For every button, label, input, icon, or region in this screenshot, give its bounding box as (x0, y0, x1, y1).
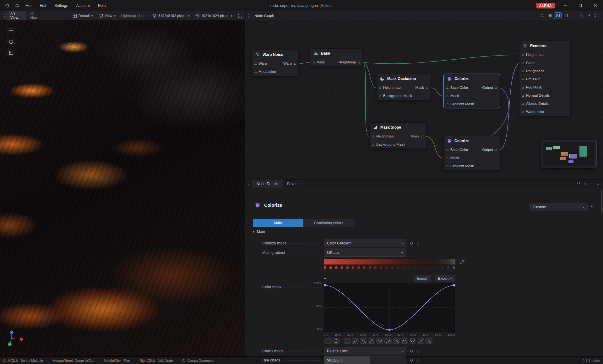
port-in-icon[interactable] (522, 102, 524, 105)
drag-handle-icon[interactable] (247, 13, 251, 18)
port-out-icon[interactable] (495, 86, 497, 89)
rotate-tool-button[interactable] (7, 38, 15, 46)
port-in-icon[interactable] (372, 135, 374, 138)
node-graph[interactable]: Warp Noise Warp Warp Modulation Base (245, 20, 603, 179)
graph-fullscreen-icon[interactable] (594, 13, 600, 19)
split-layout-icon[interactable] (562, 13, 569, 19)
port-in-icon[interactable] (379, 86, 381, 89)
reset-icon[interactable] (410, 349, 413, 354)
curve-point[interactable] (453, 284, 455, 286)
hue-chaos-slider[interactable]: 56.333% (324, 356, 406, 364)
graph-minimap[interactable] (541, 140, 597, 168)
menu-edit[interactable]: Edit (36, 2, 50, 9)
port-out-icon[interactable] (294, 62, 296, 65)
node-warp-noise[interactable]: Warp Noise Warp Warp Modulation (252, 50, 299, 76)
gradient-stop[interactable] (357, 266, 360, 269)
resolution-select[interactable]: 8192x8192 pixels (149, 11, 193, 20)
preset-select[interactable]: Custom (530, 203, 588, 211)
port-out-icon[interactable] (426, 86, 428, 89)
node-colorize-1[interactable]: Colorize Base Color Output Mask Gradient… (443, 74, 500, 108)
section-main[interactable]: Main (253, 229, 265, 234)
details-scrollbar[interactable] (601, 190, 602, 213)
port-in-icon[interactable] (254, 62, 257, 65)
gradient-stop[interactable] (447, 266, 449, 269)
view-select[interactable]: View (96, 11, 118, 20)
close-button[interactable] (590, 2, 600, 9)
minimize-button[interactable] (560, 2, 570, 9)
gradient-stop[interactable] (436, 266, 438, 269)
gradient-stop[interactable] (402, 266, 405, 269)
port-in-icon[interactable] (446, 148, 448, 151)
port-in-icon[interactable] (446, 103, 448, 105)
gradient-stop[interactable] (329, 266, 332, 269)
curve-preset-linear-down[interactable] (360, 338, 367, 344)
search-icon[interactable] (539, 13, 546, 19)
curve-preset-valley[interactable] (376, 338, 383, 344)
port-in-icon[interactable] (446, 94, 448, 97)
port-in-icon[interactable] (522, 70, 524, 72)
port-in-icon[interactable] (522, 86, 524, 89)
scale-tool-button[interactable] (7, 49, 15, 57)
home-icon[interactable] (13, 2, 21, 9)
curve-mirror-y-button[interactable] (333, 338, 340, 344)
curve-preset-u[interactable] (409, 338, 416, 344)
curve-preset-linear-up[interactable] (352, 338, 359, 344)
tab-favorites[interactable]: Favorites (283, 179, 307, 188)
menu-help[interactable]: Help (95, 2, 109, 9)
curve-preset-ease-up[interactable] (384, 338, 392, 344)
curve-preset-bell[interactable] (401, 338, 408, 344)
color-mask-curve[interactable] (324, 283, 455, 332)
curve-point[interactable] (388, 329, 391, 331)
filter-icon[interactable] (584, 182, 586, 186)
gradient-stop[interactable] (397, 266, 399, 269)
main-gradient-select[interactable]: OKLab (324, 249, 406, 257)
gradient-stop[interactable] (374, 266, 377, 269)
node-colorize-2[interactable]: Colorize Base Color Output Mask Gradient… (443, 136, 500, 170)
port-in-icon[interactable] (372, 143, 374, 146)
port-out-icon[interactable] (495, 148, 497, 151)
reset-icon[interactable] (410, 358, 413, 363)
add-gradient-stop-button[interactable] (324, 276, 326, 281)
gradient-stop[interactable] (430, 266, 432, 269)
gradient-stop[interactable] (385, 266, 388, 269)
viewport-fullscreen-button[interactable] (235, 11, 245, 20)
import-button[interactable]: Import (414, 275, 431, 281)
favorite-icon[interactable] (416, 241, 420, 246)
lightmap-quality-label[interactable]: Lightmap / Ultra (118, 11, 149, 20)
node-renderer[interactable]: Renderer Heightmap Color Roughness Emiss… (519, 41, 570, 116)
node-mask-occlusion[interactable]: Mask Occlusion Heightmap Mask Background… (376, 74, 431, 100)
gradient-stop[interactable] (369, 266, 371, 269)
more-options-icon[interactable] (590, 181, 594, 186)
tab-3d-view[interactable]: 3D View (6, 11, 26, 20)
layout-select[interactable]: Default (70, 11, 96, 20)
gradient-stop[interactable] (335, 266, 338, 269)
grid-icon[interactable] (578, 13, 585, 19)
node-base[interactable]: Base Warp Heightmap (310, 48, 363, 67)
curve-preset-flat[interactable] (344, 338, 351, 344)
tab-combining-colors[interactable]: Combining colors (303, 219, 355, 227)
tab-main[interactable]: Main (253, 219, 303, 227)
gradient-stop[interactable] (324, 266, 326, 269)
gradient-stop[interactable] (408, 266, 410, 269)
favorite-icon[interactable] (416, 349, 420, 354)
port-in-icon[interactable] (446, 86, 448, 89)
gradient-stop[interactable] (453, 266, 455, 269)
gradient-stop[interactable] (346, 266, 349, 269)
gradient-stop[interactable] (419, 266, 421, 269)
port-in-icon[interactable] (254, 70, 257, 73)
search-icon[interactable] (577, 181, 581, 186)
move-tool-button[interactable] (7, 26, 15, 35)
port-out-icon[interactable] (358, 61, 360, 64)
collapse-panel-icon[interactable] (586, 13, 593, 19)
gradient-stop[interactable] (363, 266, 366, 269)
menu-settings[interactable]: Settings (51, 2, 71, 9)
curve-mirror-x-button[interactable] (324, 338, 332, 344)
menu-file[interactable]: File (22, 2, 35, 9)
3d-viewport[interactable]: Z Y (0, 20, 245, 356)
gradient-stop[interactable] (441, 266, 444, 269)
gradient-stop[interactable] (380, 266, 382, 269)
favorite-icon[interactable] (416, 358, 420, 363)
gradient-bar[interactable] (324, 259, 455, 265)
port-in-icon[interactable] (446, 165, 448, 168)
port-in-icon[interactable] (522, 110, 524, 113)
